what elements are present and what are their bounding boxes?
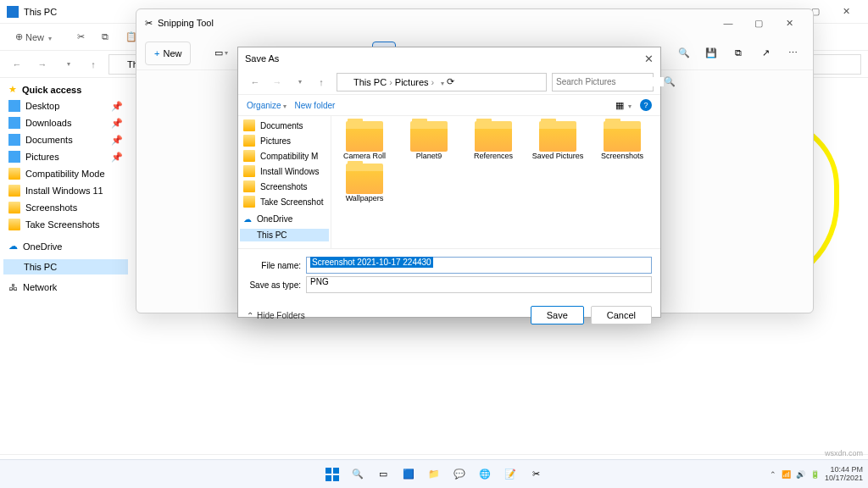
explorer-button[interactable]: 📁 bbox=[423, 463, 445, 485]
close-button[interactable]: ✕ bbox=[774, 11, 804, 35]
star-icon: ★ bbox=[8, 84, 17, 95]
hide-folders-button[interactable]: ⌃ Hide Folders bbox=[247, 311, 305, 320]
sidebar-item[interactable]: Compatibility M bbox=[240, 148, 329, 164]
saveas-titlebar: Save As ✕ bbox=[238, 47, 660, 69]
sidebar-item[interactable]: Take Screenshots bbox=[3, 216, 128, 233]
app-button[interactable]: 📝 bbox=[499, 463, 521, 485]
save-button[interactable]: 💾 bbox=[699, 42, 723, 65]
chrome-button[interactable]: 🌐 bbox=[474, 463, 496, 485]
sidebar-item[interactable]: Install Windows 11 bbox=[3, 182, 128, 199]
maximize-button[interactable]: ▢ bbox=[743, 11, 774, 35]
sidebar-thispc[interactable]: This PC bbox=[3, 259, 128, 274]
sidebar-quick-access[interactable]: ★Quick access bbox=[3, 81, 128, 97]
organize-button[interactable]: Organize bbox=[247, 101, 287, 110]
saveas-content[interactable]: Camera Roll Planet9 References Saved Pic… bbox=[331, 116, 660, 248]
save-button[interactable]: Save bbox=[531, 306, 584, 324]
sidebar-item[interactable]: Install Windows bbox=[240, 164, 329, 179]
folder-item[interactable]: Camera Roll bbox=[337, 121, 392, 160]
saveas-toolbar: Organize New folder ▦ ? bbox=[238, 95, 660, 115]
copy-button[interactable]: ⧉ bbox=[726, 42, 750, 65]
history-button[interactable] bbox=[58, 54, 78, 75]
wifi-icon[interactable]: 📶 bbox=[782, 470, 791, 479]
folder-icon bbox=[8, 168, 20, 180]
cut-button[interactable]: ✂ bbox=[70, 28, 92, 46]
sidebar-item[interactable]: Documents📌 bbox=[3, 131, 128, 148]
snip-titlebar: ✂ Snipping Tool — ▢ ✕ bbox=[136, 9, 813, 36]
sidebar-thispc[interactable]: This PC bbox=[240, 229, 329, 241]
saveas-sidebar: Documents Pictures Compatibility M Insta… bbox=[238, 116, 331, 248]
mode-button[interactable]: ▭ bbox=[209, 42, 233, 65]
sidebar-network[interactable]: 🖧Network bbox=[3, 280, 128, 295]
forward-button[interactable]: → bbox=[32, 54, 53, 75]
search-box[interactable]: 🔍 bbox=[552, 73, 654, 92]
minimize-button[interactable]: — bbox=[713, 11, 743, 35]
chevron-down-icon[interactable] bbox=[439, 77, 444, 87]
sidebar-onedrive[interactable]: ☁OneDrive bbox=[3, 238, 128, 254]
svg-rect-3 bbox=[333, 475, 339, 481]
battery-icon[interactable]: 🔋 bbox=[810, 470, 820, 479]
saveas-address-bar[interactable]: This PC › Pictures › ⟳ bbox=[337, 73, 547, 92]
folder-item[interactable]: Wallpapers bbox=[337, 164, 392, 202]
folder-icon bbox=[8, 100, 20, 112]
new-folder-button[interactable]: New folder bbox=[295, 101, 336, 110]
saveas-nav: ← → ↑ This PC › Pictures › ⟳ 🔍 bbox=[238, 69, 660, 95]
sidebar-item[interactable]: Compatibility Mode bbox=[3, 165, 128, 182]
search-button[interactable]: 🔍 bbox=[347, 463, 369, 485]
sidebar-item[interactable]: Desktop📌 bbox=[3, 97, 128, 114]
volume-icon[interactable]: 🔊 bbox=[796, 470, 805, 479]
new-snip-button[interactable]: +New bbox=[145, 42, 191, 65]
sidebar-item[interactable]: Take Screenshot bbox=[240, 194, 329, 209]
back-button[interactable]: ← bbox=[7, 54, 27, 75]
back-button[interactable]: ← bbox=[245, 72, 265, 92]
filename-input[interactable]: Screenshot 2021-10-17 224430 bbox=[306, 257, 652, 274]
more-button[interactable]: ⋯ bbox=[781, 42, 804, 65]
cloud-icon: ☁ bbox=[8, 241, 18, 252]
copy-button[interactable]: ⧉ bbox=[95, 28, 115, 46]
search-input[interactable] bbox=[556, 77, 664, 86]
snip-button[interactable]: ✂ bbox=[525, 463, 547, 485]
system-tray[interactable]: ⌃ 📶 🔊 🔋 10:44 PM 10/17/2021 bbox=[770, 466, 863, 483]
filetype-select[interactable]: PNG bbox=[306, 276, 652, 293]
zoom-button[interactable]: 🔍 bbox=[672, 42, 696, 65]
sidebar-item[interactable]: Documents bbox=[240, 118, 329, 133]
history-button[interactable] bbox=[289, 72, 309, 92]
new-button[interactable]: ⊕ New bbox=[8, 28, 58, 46]
widgets-button[interactable]: 🟦 bbox=[398, 463, 420, 485]
folder-icon bbox=[8, 185, 20, 197]
share-button[interactable]: ↗ bbox=[754, 42, 777, 65]
close-button[interactable]: ✕ bbox=[644, 53, 654, 65]
up-button[interactable]: ↑ bbox=[311, 72, 331, 92]
filename-label: File name: bbox=[247, 261, 301, 270]
breadcrumb[interactable]: This PC bbox=[353, 77, 387, 87]
folder-icon bbox=[8, 117, 20, 129]
sidebar-item[interactable]: Downloads📌 bbox=[3, 114, 128, 131]
chat-button[interactable]: 💬 bbox=[448, 463, 470, 485]
taskview-button[interactable]: ▭ bbox=[372, 463, 394, 485]
sidebar-item[interactable]: Pictures📌 bbox=[3, 148, 128, 165]
close-button[interactable]: ✕ bbox=[831, 0, 861, 24]
cancel-button[interactable]: Cancel bbox=[591, 306, 652, 324]
sidebar-item[interactable]: Screenshots bbox=[3, 199, 128, 216]
help-button[interactable]: ? bbox=[640, 99, 652, 111]
up-button[interactable]: ↑ bbox=[83, 54, 103, 75]
start-button[interactable] bbox=[321, 463, 343, 485]
sidebar-onedrive[interactable]: ☁OneDrive bbox=[240, 213, 329, 225]
snip-icon: ✂ bbox=[145, 18, 153, 29]
folder-item[interactable]: Screenshots bbox=[594, 121, 650, 160]
pin-icon: 📌 bbox=[111, 101, 123, 112]
folder-item[interactable]: Planet9 bbox=[401, 121, 457, 160]
folder-icon bbox=[8, 151, 20, 163]
folder-item[interactable]: References bbox=[465, 121, 521, 160]
sidebar-item[interactable]: Screenshots bbox=[240, 179, 329, 194]
refresh-button[interactable]: ⟳ bbox=[447, 76, 454, 87]
tray-chevron-icon[interactable]: ⌃ bbox=[770, 470, 776, 479]
sidebar-item[interactable]: Pictures bbox=[240, 133, 329, 148]
forward-button[interactable]: → bbox=[267, 72, 287, 92]
view-button[interactable]: ▦ bbox=[615, 100, 632, 111]
clock-date[interactable]: 10/17/2021 bbox=[825, 474, 863, 483]
saveas-footer: ⌃ Hide Folders Save Cancel bbox=[238, 301, 660, 330]
folder-icon bbox=[8, 134, 20, 146]
folder-item[interactable]: Saved Pictures bbox=[530, 121, 586, 160]
breadcrumb[interactable]: Pictures bbox=[395, 77, 429, 87]
search-icon: 🔍 bbox=[664, 76, 676, 87]
